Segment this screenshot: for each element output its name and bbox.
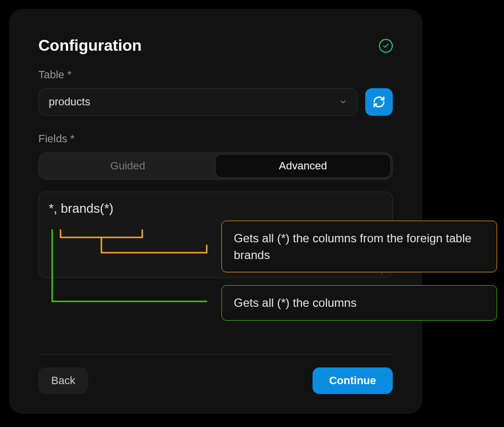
continue-button[interactable]: Continue bbox=[313, 367, 393, 394]
callout-brands: Gets all (*) the columns from the foreig… bbox=[221, 221, 497, 272]
panel-title: Configuration bbox=[38, 36, 142, 55]
table-select-value: products bbox=[49, 96, 90, 108]
callout-star: Gets all (*) the columns bbox=[221, 285, 497, 321]
panel-header: Configuration bbox=[38, 36, 393, 55]
chevron-down-icon bbox=[339, 98, 347, 106]
config-panel: Configuration Table * products Fields * … bbox=[9, 9, 422, 414]
tab-advanced[interactable]: Advanced bbox=[215, 154, 391, 178]
refresh-button[interactable] bbox=[365, 88, 393, 116]
panel-footer: Back Continue bbox=[38, 354, 393, 394]
callout-star-text: Gets all (*) the columns bbox=[234, 296, 356, 309]
table-row: products bbox=[38, 88, 393, 116]
back-button[interactable]: Back bbox=[38, 367, 88, 394]
footer-divider bbox=[38, 354, 393, 355]
fields-mode-tabs: Guided Advanced bbox=[38, 152, 393, 180]
callout-brands-text: Gets all (*) the columns from the foreig… bbox=[234, 231, 472, 262]
validation-check-icon bbox=[379, 39, 393, 53]
fields-label: Fields * bbox=[38, 132, 393, 145]
refresh-icon bbox=[373, 96, 385, 108]
footer-buttons: Back Continue bbox=[38, 367, 393, 394]
table-label: Table * bbox=[38, 68, 393, 81]
tab-guided[interactable]: Guided bbox=[40, 154, 215, 178]
table-select[interactable]: products bbox=[38, 88, 357, 116]
fields-value: *, brands(*) bbox=[49, 201, 114, 216]
